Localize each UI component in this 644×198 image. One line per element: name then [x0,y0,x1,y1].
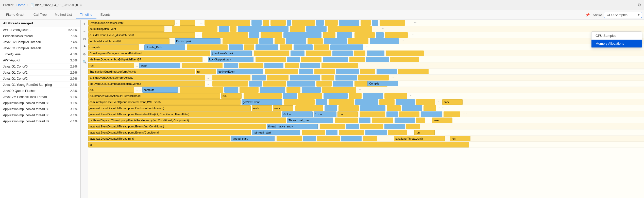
thread-row[interactable]: ApplicationImpl pooled thread 86 < 1% [0,112,80,118]
svg-rect-67 [314,69,335,74]
flame-block[interactable]: defaultDispatchEvent [88,26,164,32]
flame-block-run4[interactable]: run [414,130,435,135]
thread-row[interactable]: Periodic tasks thread 7.5% [0,33,80,39]
zoom-out-button[interactable]: − [82,28,87,34]
svg-rect-113 [423,105,436,111]
tab-method-list[interactable]: Method List [51,11,76,19]
flame-block[interactable]: c.i.i.IdeEventQueue._dispatchEvent [88,32,195,38]
flame-block-lock-park[interactable]: LockSupport.park [208,57,253,62]
flame-block-take[interactable]: take [432,118,452,123]
show-dropdown[interactable]: CPU Samples ▾ [604,12,642,18]
flame-block[interactable]: java.awt.EventDispatchThread.pumpOneEven… [88,105,251,111]
svg-rect-112 [402,105,422,111]
flame-row: c.i.i.IdeEventQueue.performActivity ... [88,75,644,81]
flame-block-gloop[interactable]: G::loop [282,111,313,117]
flame-block-call-run[interactable]: Thread::call_run [287,118,333,123]
flame-block-jpark[interactable]: j.i.m.Unsafe.park [211,51,252,56]
dots: ... ... [439,105,444,111]
compile-block[interactable]: Compile [367,81,398,86]
thread-row[interactable]: AWT-EventQueue-0 52.1% [0,27,80,33]
flame-block-work2[interactable]: work [273,105,293,111]
thread-row[interactable]: Java: G1 Conc#0 2.9% [0,63,80,70]
thread-panel: All threads merged AWT-EventQueue-0 52.1… [0,20,81,198]
thread-row[interactable]: Java: C2 CompilerThread0 7.4% [0,39,80,45]
flame-block-getnext2[interactable]: getNextEvent [242,99,282,105]
thread-row[interactable]: ApplicationImpl pooled thread 88 < 1% [0,106,80,112]
close-tab-button[interactable]: × [80,4,82,7]
thread-row[interactable]: Java: G1 Conc#2 2.9% [0,76,80,82]
camera-button[interactable]: ⊙ [82,51,87,57]
flame-block-compute[interactable]: compute [142,87,178,93]
flame-block-run2[interactable]: run [221,93,242,99]
thread-row[interactable]: Java: C1 CompilerThread0 < 1% [0,45,80,51]
zoom-in-button[interactable]: + [82,21,87,26]
thread-row[interactable]: Java: G1 Young RemSet Sampling 2.8% [0,82,80,88]
title-bar: Profiler: Home › 📄 idea_2022_04_11_23170… [0,0,644,10]
tab-events[interactable]: Events [96,11,115,19]
svg-rect-51 [256,57,286,62]
dots: ... [446,136,449,141]
tab-call-tree[interactable]: Call Tree [29,11,51,19]
flame-block[interactable]: TransactionGuardImpl.performActivity [88,69,195,74]
flame-block-jrun[interactable]: J::run [314,111,336,117]
flame-block[interactable]: java.awt.EventDispatchThread.pumpEvents(… [88,130,251,135]
flame-block[interactable]: j.a.EventDispatchThread.pumpEventsForHie… [88,118,286,123]
flame-block[interactable]: java.awt.EventDispatchThread.pumpEventsF… [88,111,281,117]
flame-block-getnext[interactable]: getNextEvent [217,69,263,74]
flame-block[interactable] [180,20,195,26]
flame-block-thread-start[interactable]: thread_start [231,136,275,141]
file-icon: 📄 [30,3,34,7]
thread-name: Java: G1 Conc#0 [3,65,66,68]
flame-block-await[interactable]: await [139,63,180,68]
thread-row[interactable]: Java2D Queue Flusher 2.8% [0,88,80,94]
flame-block[interactable]: compute [88,44,139,50]
flame-block-unsafe-park[interactable]: Unsafe_Park [144,44,185,50]
flame-block[interactable]: run [88,63,134,68]
thread-row[interactable]: Java: VM Periodic Task Thread < 1% [0,94,80,100]
dropdown-item-memory-allocations[interactable]: Memory Allocations [591,40,642,47]
flame-block-run3[interactable]: run [337,111,358,117]
thread-row[interactable]: ApplicationImpl pooled thread 88 < 1% [0,100,80,106]
thread-row[interactable]: AWT-AppKit 3.6% [0,57,80,63]
fit-ratio-button[interactable]: 1:1 [82,36,87,42]
home-label[interactable]: Home [16,3,25,7]
flame-block-all[interactable]: all [88,142,469,147]
flame-block-parker[interactable]: Parker::park ... [175,38,221,44]
svg-rect-22 [283,32,321,38]
thread-pct: < 1% [66,113,77,117]
flame-block[interactable]: java.awt.EventDispatchThread.run() [88,136,230,141]
flame-block-pthread[interactable]: _pthread_start [252,130,300,135]
pin-icon[interactable]: 📌 [585,13,590,17]
flame-block[interactable]: IdeEventQueue.lambda$dispatchEvent$8 [88,81,205,87]
flame-block[interactable]: runIntendedWriteActionOnCurrentThread [88,93,220,99]
file-tab[interactable]: 📄 idea_2022_04_11_231701.jfr × [30,3,82,7]
search-button[interactable]: 🔍 [82,59,87,64]
tab-flame-graph[interactable]: Flame Graph [2,11,29,19]
eye-button[interactable]: 👁 [82,44,87,49]
flame-block[interactable]: java.awt.EventDispatchThread.pumpEvents(… [88,124,266,129]
flame-block-run5[interactable]: run [450,136,470,141]
flame-block[interactable]: EventQueue.dispatchEvent [88,20,175,26]
dropdown-item-cpu-samples[interactable]: CPU Samples [591,32,642,40]
flame-block-java-thread-run[interactable]: java.lang.Thread.run() [394,136,445,141]
flame-block-work1[interactable]: work [252,105,272,111]
flame-block[interactable]: c.i.i.IdeEventQueue.performActivity [88,75,205,80]
thread-row[interactable]: TimerQueue 4.3% [0,51,80,57]
svg-rect-26 [376,32,384,38]
flame-block-run[interactable]: run [196,69,216,74]
tab-timeline[interactable]: Timeline [76,11,96,19]
flame-row: runIntendedWriteActionOnCurrentThread ru… [88,93,644,99]
svg-rect-68 [336,69,359,74]
thread-row[interactable]: Java: G1 Conc#1 2.9% [0,70,80,76]
flame-block[interactable]: run [88,87,134,93]
flame-block[interactable]: lambda$dispatchEvent$6 [88,38,170,44]
flame-block[interactable]: IdeEventQueue.lambda$dispatchEvent$7 [88,57,202,62]
settings-icon[interactable]: ⚙ [637,3,641,7]
flame-block[interactable]: CoreProgressManager.computePrioritized [88,51,210,56]
thread-row[interactable]: ApplicationImpl pooled thread 89 < 1% [0,118,80,124]
flame-block[interactable]: com.intellij.ide.IdeEventQueue.dispatchE… [88,99,241,105]
svg-rect-74 [267,75,289,80]
flame-block-native[interactable]: thread_native_entry [267,124,318,129]
svg-rect-60 [239,63,263,68]
flame-block-park[interactable]: park [442,99,463,105]
